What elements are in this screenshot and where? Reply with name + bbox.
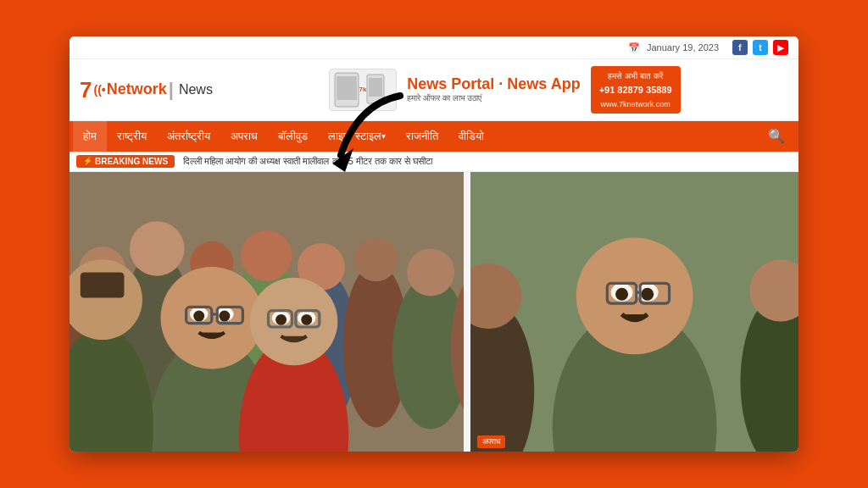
facebook-icon[interactable]: f <box>732 40 748 55</box>
main-news-card[interactable] <box>70 172 464 452</box>
ad-cta: हमसे अभी बात करें <box>599 69 672 83</box>
secondary-card-image <box>470 172 798 452</box>
svg-rect-3 <box>369 78 382 97</box>
svg-point-52 <box>641 288 654 301</box>
logo-news-text: News <box>179 82 213 97</box>
ad-text-area: News Portal · News App हमारे ऑफर का लाभ … <box>407 75 580 103</box>
logo[interactable]: 7 ((• Network | News <box>80 79 213 101</box>
breaking-text: दिल्ली महिला आयोग की अध्यक्ष स्वाती माली… <box>183 156 432 167</box>
nav-item-politics[interactable]: राजनीति <box>396 121 448 152</box>
nav-item-home[interactable]: होम <box>73 121 107 152</box>
nav-item-international[interactable]: अंतर्राष्ट्रीय <box>157 121 220 152</box>
twitter-icon[interactable]: t <box>753 40 768 55</box>
social-icons: f t ▶ <box>732 40 788 55</box>
svg-text:7k: 7k <box>359 86 367 93</box>
nav-item-national[interactable]: राष्ट्रीय <box>107 121 157 152</box>
svg-point-24 <box>354 237 398 281</box>
header-ad: 7k News Portal · News App हमारे ऑफर का ल… <box>221 66 788 114</box>
nav-item-video[interactable]: वीडियो <box>448 121 494 152</box>
nav-item-lifestyle[interactable]: लाइफ स्टाइल <box>318 121 396 152</box>
breaking-badge: BREAKING NEWS <box>76 155 175 168</box>
ad-subtitle: हमारे ऑफर का लाभ उठाएं <box>407 93 580 103</box>
svg-rect-45 <box>81 272 125 297</box>
logo-7k: 7 <box>80 79 92 101</box>
secondary-card-label: अपराध <box>477 435 505 448</box>
nav-item-bollywood[interactable]: बॉलीवुड <box>268 121 318 152</box>
header: 7 ((• Network | News 7k News Portal · Ne… <box>70 59 798 121</box>
breaking-news-bar: BREAKING NEWS दिल्ली महिला आयोग की अध्यक… <box>70 152 798 172</box>
svg-point-39 <box>275 314 287 325</box>
top-bar: 📅 January 19, 2023 f t ▶ <box>70 36 798 59</box>
svg-point-25 <box>407 248 454 296</box>
content-area: अपराध 'अपराध गंभीर है': यूपी सरकार ने लख… <box>70 172 798 452</box>
svg-point-22 <box>241 230 292 281</box>
nav: होम राष्ट्रीय अंतर्राष्ट्रीय अपराध बॉलीव… <box>70 121 798 152</box>
ad-contact[interactable]: हमसे अभी बात करें +91 82879 35889 www.7k… <box>591 66 681 114</box>
logo-network-text: Network <box>107 80 167 98</box>
calendar-icon: 📅 <box>628 42 640 53</box>
logo-wifi-icon: ((• <box>93 83 105 97</box>
svg-point-51 <box>615 288 628 301</box>
secondary-news-card[interactable]: अपराध 'अपराध गंभीर है': यूपी सरकार ने लख… <box>470 172 798 452</box>
main-card-image <box>70 172 464 452</box>
svg-point-36 <box>250 278 337 365</box>
svg-point-30 <box>193 311 204 322</box>
date-text: January 19, 2023 <box>647 42 719 53</box>
svg-point-40 <box>301 314 312 325</box>
youtube-icon[interactable]: ▶ <box>773 40 788 55</box>
svg-point-48 <box>576 237 693 354</box>
svg-point-20 <box>130 221 185 276</box>
svg-point-31 <box>219 311 230 322</box>
browser-window: 📅 January 19, 2023 f t ▶ 7 ((• Network |… <box>70 36 798 452</box>
ad-title: News Portal · News App <box>407 75 580 93</box>
ad-phone-mockup: 7k <box>329 69 397 111</box>
search-icon[interactable]: 🔍 <box>758 128 795 144</box>
ad-website: www.7knetwork.com <box>599 98 672 110</box>
logo-separator: | <box>169 79 174 101</box>
nav-item-crime[interactable]: अपराध <box>220 121 268 152</box>
card-gap <box>464 172 467 452</box>
ad-phone: +91 82879 35889 <box>599 83 672 98</box>
svg-rect-1 <box>337 76 357 100</box>
